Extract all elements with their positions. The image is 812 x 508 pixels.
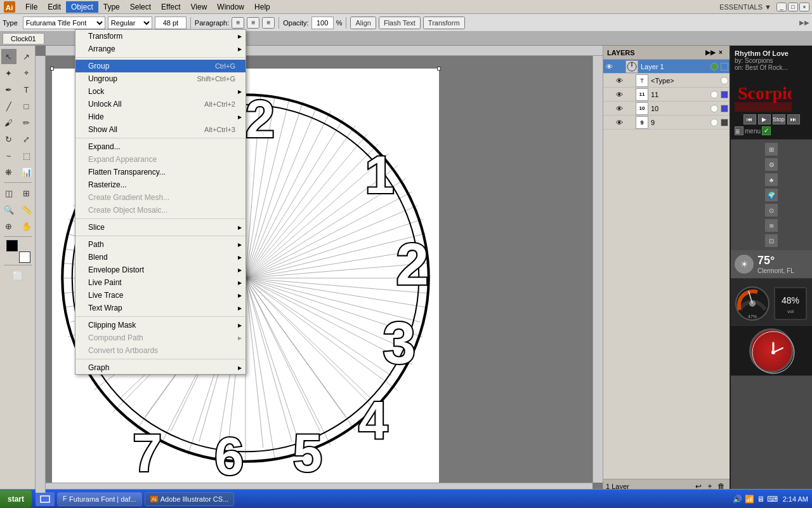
layers-icon[interactable]: ≋ xyxy=(765,219,778,232)
symbol-tool[interactable]: ❋ xyxy=(1,164,16,180)
align-left-btn[interactable]: ≡ xyxy=(232,17,244,29)
magic-wand-tool[interactable]: ✦ xyxy=(1,65,16,81)
measure-tool[interactable]: 📏 xyxy=(19,202,34,217)
expand2-icon[interactable]: ⊡ xyxy=(765,234,778,247)
taskbar-show-desktop[interactable] xyxy=(36,492,55,506)
menu-file[interactable]: File xyxy=(20,1,43,13)
layer-visibility-type[interactable]: 👁 xyxy=(613,74,625,88)
circle-icon[interactable]: ⊙ xyxy=(765,204,778,217)
layer-visibility-11[interactable]: 👁 xyxy=(613,88,625,102)
layer-lock-11[interactable] xyxy=(625,88,635,102)
document-tab[interactable]: Clock01 xyxy=(3,33,44,44)
menu-blend[interactable]: Blend xyxy=(75,251,246,264)
menu-flatten[interactable]: Flatten Transparency... xyxy=(75,166,246,178)
menu-envelope-distort[interactable]: Envelope Distort xyxy=(75,264,246,276)
menu-path[interactable]: Path xyxy=(75,238,246,251)
taskbar-illustrator[interactable]: Ai Adobe Illustrator CS... xyxy=(145,492,235,506)
music-play-btn[interactable]: ▶ xyxy=(758,114,771,124)
flash-text-btn[interactable]: Flash Text xyxy=(379,17,421,29)
menu-ungroup[interactable]: Ungroup Shift+Ctrl+G xyxy=(75,72,246,85)
scroll-vertical[interactable] xyxy=(593,56,603,483)
grid-icon[interactable]: ⊞ xyxy=(765,143,778,156)
layer-visibility-layer1[interactable]: 👁 xyxy=(603,60,615,74)
font-size-input[interactable] xyxy=(155,17,187,29)
minimize-btn[interactable]: _ xyxy=(776,3,787,11)
pencil-tool[interactable]: ✏ xyxy=(19,115,34,130)
menu-select[interactable]: Select xyxy=(125,1,156,13)
maximize-btn[interactable]: □ xyxy=(788,3,798,11)
layers-options-btn[interactable]: ▶▶ xyxy=(705,48,716,58)
menu-rasterize[interactable]: Rasterize... xyxy=(75,178,246,191)
music-menu-icon[interactable]: ≡ xyxy=(735,126,743,135)
scale-tool[interactable]: ⤢ xyxy=(19,131,34,147)
font-family-select[interactable]: Futurama Title Font xyxy=(23,17,105,29)
layer-row-10[interactable]: 👁 10 10 xyxy=(603,102,730,116)
music-next-btn[interactable]: ⏭ xyxy=(787,114,800,124)
font-style-select[interactable]: Regular xyxy=(108,17,152,29)
cards-icon[interactable]: ♣ xyxy=(765,173,778,186)
menu-live-trace[interactable]: Live Trace xyxy=(75,289,246,302)
music-stop-btn[interactable]: Stop xyxy=(773,114,785,124)
start-button[interactable]: start xyxy=(0,490,32,508)
free-transform[interactable]: ⬚ xyxy=(19,148,34,163)
opacity-input[interactable] xyxy=(311,17,334,29)
eyedropper-tool[interactable]: 🔍 xyxy=(1,202,16,217)
menu-unlock-all[interactable]: Unlock All Alt+Ctrl+2 xyxy=(75,98,246,110)
menu-show-all[interactable]: Show All Alt+Ctrl+3 xyxy=(75,123,246,136)
tools-icon[interactable]: ⚙ xyxy=(765,158,778,171)
screen-mode-btn[interactable]: ⬜ xyxy=(10,268,25,283)
layer-visibility-10[interactable]: 👁 xyxy=(613,102,625,116)
layer-lock-10[interactable] xyxy=(625,102,635,116)
layer-row-11[interactable]: 👁 11 11 xyxy=(603,88,730,102)
menu-arrange[interactable]: Arrange xyxy=(75,43,246,55)
menu-type[interactable]: Type xyxy=(98,1,125,13)
menu-group[interactable]: Group Ctrl+G xyxy=(75,60,246,72)
hand-tool[interactable]: ✋ xyxy=(19,218,34,234)
menu-effect[interactable]: Effect xyxy=(156,1,185,13)
menu-expand[interactable]: Expand... xyxy=(75,140,246,153)
direct-selection-tool[interactable]: ↗ xyxy=(19,49,34,64)
layer-row-type[interactable]: 👁 T <Type> xyxy=(603,74,730,88)
layer-lock-9[interactable] xyxy=(625,116,635,130)
close-btn[interactable]: × xyxy=(799,3,809,11)
align-btn[interactable]: Align xyxy=(350,17,376,29)
music-check-btn[interactable]: ✓ xyxy=(762,126,771,135)
menu-edit[interactable]: Edit xyxy=(43,1,66,13)
transform-btn[interactable]: Transform xyxy=(423,17,465,29)
align-right-btn[interactable]: ≡ xyxy=(262,17,275,29)
layer-row-layer1[interactable]: 👁 Layer 1 xyxy=(603,60,730,74)
menu-clipping-mask[interactable]: Clipping Mask xyxy=(75,319,246,331)
menu-graph[interactable]: Graph xyxy=(75,361,246,374)
selection-tool[interactable]: ↖ xyxy=(1,49,16,64)
gradient-tool[interactable]: ◫ xyxy=(1,185,16,201)
layer-lock-type[interactable] xyxy=(625,74,635,88)
menu-transform[interactable]: Transform xyxy=(75,30,246,43)
menu-hide[interactable]: Hide xyxy=(75,110,246,123)
layer-visibility-9[interactable]: 👁 xyxy=(613,116,625,130)
rect-tool[interactable]: □ xyxy=(19,98,34,114)
align-center-btn[interactable]: ≡ xyxy=(247,17,259,29)
menu-text-wrap[interactable]: Text Wrap xyxy=(75,302,246,314)
menu-window[interactable]: Window xyxy=(212,1,249,13)
graph-tool[interactable]: 📊 xyxy=(19,164,34,180)
menu-view[interactable]: View xyxy=(186,1,213,13)
menu-live-paint[interactable]: Live Paint xyxy=(75,276,246,289)
lasso-tool[interactable]: ⌖ xyxy=(19,65,34,81)
menu-help[interactable]: Help xyxy=(249,1,275,13)
menu-slice[interactable]: Slice xyxy=(75,221,246,234)
stroke-box[interactable] xyxy=(19,251,30,263)
mesh-tool[interactable]: ⊞ xyxy=(19,185,34,201)
layer-row-9[interactable]: 👁 9 9 xyxy=(603,116,730,130)
menu-object[interactable]: Object xyxy=(66,1,98,13)
warp-tool[interactable]: ~ xyxy=(1,148,16,163)
music-prev-btn[interactable]: ⏮ xyxy=(743,114,756,124)
pen-tool[interactable]: ✒ xyxy=(1,82,16,97)
taskbar-futurama[interactable]: F Futurama Font | daf... xyxy=(57,492,142,506)
zoom-tool[interactable]: ⊕ xyxy=(1,218,16,234)
info-icon[interactable]: 🌍 xyxy=(765,189,778,201)
layers-collapse-btn[interactable]: × xyxy=(716,48,726,58)
paintbrush-tool[interactable]: 🖌 xyxy=(1,115,16,130)
line-tool[interactable]: ╱ xyxy=(1,98,16,114)
rotate-tool[interactable]: ↻ xyxy=(1,131,16,147)
type-tool[interactable]: T xyxy=(19,82,34,97)
